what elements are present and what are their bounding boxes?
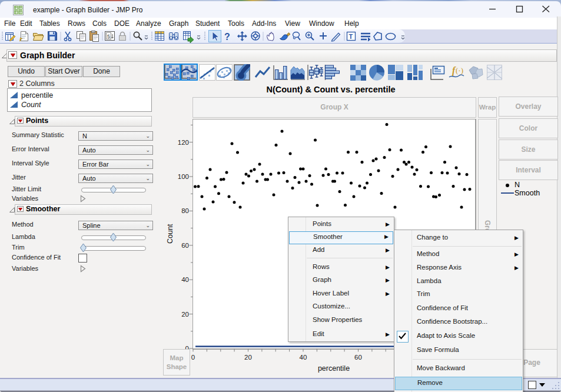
svg-text:(·): (·) bbox=[456, 66, 463, 75]
svg-text:60: 60 bbox=[354, 354, 362, 361]
svg-text:120: 120 bbox=[178, 139, 189, 146]
svg-text:5: 5 bbox=[107, 34, 110, 39]
svg-text:0: 0 bbox=[191, 354, 195, 361]
svg-text:?: ? bbox=[224, 32, 230, 42]
svg-text:T: T bbox=[349, 33, 353, 40]
svg-text:20: 20 bbox=[181, 311, 189, 318]
svg-text:20: 20 bbox=[244, 354, 252, 361]
svg-text:80: 80 bbox=[181, 207, 189, 214]
svg-text:40: 40 bbox=[181, 276, 189, 283]
svg-text:60: 60 bbox=[181, 242, 189, 249]
svg-text:percentile: percentile bbox=[318, 364, 350, 373]
svg-text:40: 40 bbox=[300, 354, 307, 361]
svg-text:100: 100 bbox=[178, 173, 189, 180]
